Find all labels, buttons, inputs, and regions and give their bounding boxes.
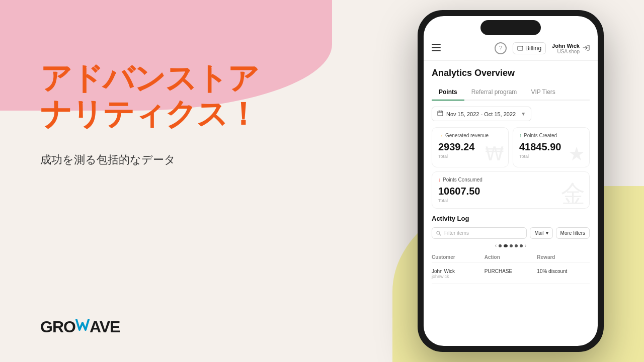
billing-button[interactable]: Billing: [513, 42, 546, 54]
tab-points[interactable]: Points: [432, 84, 464, 101]
search-box[interactable]: Filter items: [432, 227, 527, 239]
phone-notch: [480, 20, 541, 35]
page-dot-3[interactable]: [510, 244, 513, 247]
filter-row: Filter items Mail ▾ More filters: [432, 227, 590, 239]
left-panel: アドバンストアナリティクス！ 成功を測る包括的なデータ GRO AVE: [0, 0, 332, 362]
app-content: Analytics Overview Points Referral progr…: [424, 61, 598, 340]
table-header: Customer Action Reward: [432, 252, 590, 262]
svg-rect-4: [519, 48, 522, 48]
customer-name: John Wick: [432, 268, 485, 274]
col-header-reward: Reward: [537, 254, 590, 260]
points-created-bg-icon: ★: [568, 143, 585, 165]
chevron-down-icon: ▾: [546, 230, 548, 236]
stat-revenue-label: → Generated revenue: [438, 133, 502, 138]
svg-rect-5: [438, 111, 443, 116]
tabs-nav: Points Referral program VIP Tiers: [432, 84, 590, 101]
page-dot-4[interactable]: [515, 244, 518, 247]
stat-card-points-consumed: ↓ Points Consumed 10607.50 Total 金: [432, 171, 590, 209]
svg-rect-0: [432, 44, 441, 45]
main-title: アドバンストアナリティクス！: [40, 60, 302, 132]
page-dot-2[interactable]: [504, 244, 508, 247]
next-page-icon[interactable]: ›: [525, 243, 526, 248]
hamburger-menu-icon[interactable]: [432, 43, 441, 54]
mail-filter-button[interactable]: Mail ▾: [530, 227, 552, 239]
customer-sub: johnwick: [432, 274, 485, 279]
chevron-down-icon: ▼: [521, 111, 526, 117]
logout-icon[interactable]: [583, 44, 590, 53]
date-range-picker[interactable]: Nov 15, 2022 - Oct 15, 2022 ▼: [432, 107, 531, 121]
table-cell-reward: 10% discount: [537, 268, 590, 279]
points-consumed-bg-icon: 金: [561, 178, 585, 209]
svg-rect-1: [432, 47, 441, 48]
user-shop: USA shop: [552, 49, 580, 54]
table-cell-customer: John Wick johnwick: [432, 268, 485, 279]
phone-frame: ? Billing John Wick USA shop: [418, 10, 604, 352]
revenue-bg-icon: ₩: [485, 143, 504, 165]
svg-rect-2: [432, 50, 441, 51]
stats-row-1: → Generated revenue 2939.24 Total ₩ ↑ Po…: [432, 127, 590, 167]
page-title: Analytics Overview: [432, 68, 590, 78]
col-header-customer: Customer: [432, 254, 485, 260]
page-dot-5[interactable]: [520, 244, 523, 247]
user-name: John Wick: [552, 43, 580, 49]
arrow-right-icon: →: [438, 133, 443, 138]
billing-label: Billing: [525, 45, 541, 52]
table-cell-action: PURCHASE: [485, 268, 537, 279]
user-info: John Wick USA shop: [552, 43, 590, 54]
logo-w: [75, 317, 90, 337]
logo-text-gro: GRO: [40, 318, 75, 336]
date-range-text: Nov 15, 2022 - Oct 15, 2022: [446, 111, 516, 117]
phone-screen: ? Billing John Wick USA shop: [424, 16, 598, 346]
col-header-action: Action: [485, 254, 537, 260]
logo-text-ave: AVE: [90, 318, 120, 336]
more-filters-button[interactable]: More filters: [556, 227, 590, 239]
header-right: ? Billing John Wick USA shop: [495, 42, 590, 54]
tab-referral[interactable]: Referral program: [464, 84, 524, 101]
arrow-up-icon: ↑: [519, 133, 522, 138]
search-placeholder: Filter items: [444, 230, 469, 236]
stat-points-created-label: ↑ Points Created: [519, 133, 583, 138]
subtitle: 成功を測る包括的なデータ: [40, 152, 302, 167]
prev-page-icon[interactable]: ‹: [495, 243, 497, 248]
table-row: John Wick johnwick PURCHASE 10% discount: [432, 264, 590, 284]
stat-card-revenue: → Generated revenue 2939.24 Total ₩: [432, 127, 509, 167]
stat-card-points-created: ↑ Points Created 41845.90 Total ★: [513, 127, 590, 167]
tab-vip[interactable]: VIP Tiers: [524, 84, 562, 101]
page-dot-1[interactable]: [499, 244, 502, 247]
calendar-icon: [437, 110, 443, 118]
help-icon[interactable]: ?: [495, 42, 507, 54]
phone-wrapper: ? Billing John Wick USA shop: [418, 10, 604, 352]
activity-log-title: Activity Log: [432, 215, 590, 222]
logo: GRO AVE: [40, 317, 120, 337]
arrow-down-icon: ↓: [438, 177, 441, 183]
pagination-dots: ‹ ›: [432, 243, 590, 248]
user-details: John Wick USA shop: [552, 43, 580, 54]
